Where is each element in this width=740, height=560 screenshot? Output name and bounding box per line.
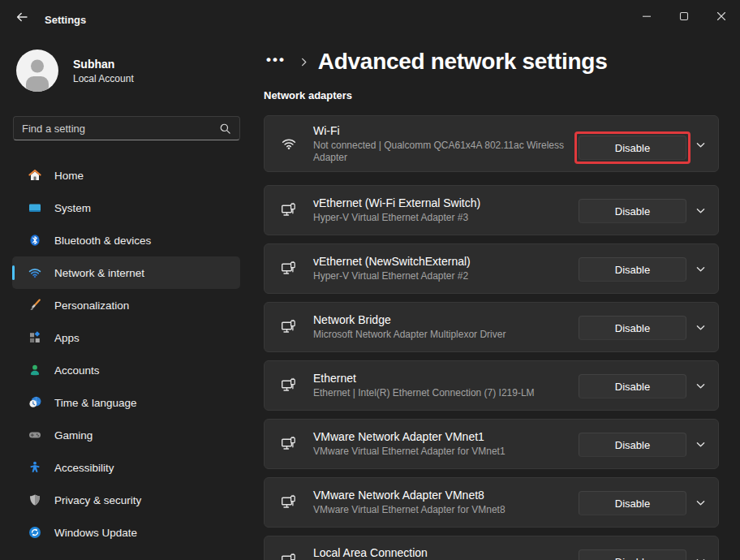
app-title: Settings: [45, 14, 86, 26]
adapter-description: Not connected | Qualcomm QCA61x4A 802.11…: [313, 140, 573, 164]
chevron-down-glyph: [695, 439, 706, 450]
sidebar-item-home[interactable]: Home: [12, 159, 240, 192]
adapter-description: Ethernet | Intel(R) Ethernet Connection …: [313, 387, 573, 399]
sidebar-item-personalization[interactable]: Personalization: [12, 289, 240, 321]
back-button[interactable]: [10, 8, 34, 26]
sidebar-nav: Home System Bluetooth & devices Network …: [12, 159, 240, 549]
system-icon: [28, 201, 41, 214]
chevron-down-icon[interactable]: [691, 136, 709, 153]
profile-account-type: Local Account: [73, 73, 134, 84]
search-input[interactable]: [14, 117, 219, 140]
ethernet-adapter-icon: [281, 436, 297, 452]
adapter-name: Ethernet: [313, 372, 573, 385]
adapter-name: Wi-Fi: [313, 124, 573, 137]
annotation-highlight: Disable: [574, 131, 691, 164]
chevron-down-icon[interactable]: [691, 552, 709, 560]
ethernet-adapter-icon: [281, 261, 297, 277]
window-controls: [628, 0, 740, 32]
disable-button[interactable]: Disable: [579, 549, 686, 560]
ethernet-adapter-icon: [281, 553, 297, 560]
search-box: [13, 116, 240, 140]
adapter-name: vEthernet (NewSwitchExternal): [313, 255, 573, 268]
sidebar-item-time-language[interactable]: Time & language: [12, 386, 240, 419]
sidebar-item-label: Accessibility: [54, 462, 114, 474]
sidebar-item-privacy-security[interactable]: Privacy & security: [12, 484, 240, 516]
minimize-button[interactable]: [628, 0, 665, 32]
ethernet-adapter-icon: [281, 319, 297, 335]
wifi-adapter-icon: [281, 136, 297, 152]
sidebar-item-windows-update[interactable]: Windows Update: [12, 516, 240, 549]
chevron-down-icon[interactable]: [691, 260, 709, 278]
chevron-down-icon[interactable]: [691, 318, 709, 336]
close-button[interactable]: [703, 0, 740, 32]
maximize-icon: [678, 10, 691, 23]
chevron-down-glyph: [695, 140, 706, 150]
gaming-controller-icon: [28, 429, 41, 442]
adapter-name: vEthernet (Wi-Fi External Switch): [313, 196, 573, 209]
adapter-name: Network Bridge: [313, 313, 573, 326]
ethernet-adapter-icon: [281, 202, 297, 218]
chevron-down-glyph: [695, 205, 706, 216]
sidebar-item-label: Home: [54, 170, 84, 182]
disable-button[interactable]: Disable: [579, 136, 686, 160]
main-content: ••• Advanced network settings Network ad…: [264, 32, 740, 560]
adapter-description: Hyper-V Virtual Ethernet Adapter #3: [313, 212, 573, 224]
sidebar-item-system[interactable]: System: [12, 192, 240, 224]
sidebar-item-label: Privacy & security: [54, 494, 141, 506]
windows-update-icon: [28, 526, 41, 539]
privacy-shield-icon: [28, 493, 41, 506]
disable-button[interactable]: Disable: [579, 374, 686, 398]
adapter-description: Microsoft Network Adapter Multiplexor Dr…: [313, 329, 573, 341]
disable-button[interactable]: Disable: [579, 316, 686, 340]
adapter-description: VMware Virtual Ethernet Adapter for VMne…: [313, 504, 573, 516]
titlebar: Settings: [0, 0, 740, 32]
breadcrumb-ellipsis-button[interactable]: •••: [264, 52, 287, 71]
adapter-list: Wi-Fi Not connected | Qualcomm QCA61x4A …: [264, 115, 719, 560]
profile-name: Subhan: [73, 58, 134, 71]
wifi-icon: [28, 266, 41, 279]
back-arrow-icon: [15, 11, 28, 24]
chevron-down-icon[interactable]: [691, 493, 709, 511]
sidebar-item-label: Bluetooth & devices: [54, 235, 151, 247]
sidebar-item-label: Network & internet: [54, 267, 144, 279]
avatar: [16, 50, 58, 92]
bluetooth-icon: [28, 234, 41, 247]
profile-card[interactable]: Subhan Local Account: [16, 50, 235, 92]
adapter-name: VMware Network Adapter VMnet1: [313, 430, 573, 443]
disable-button[interactable]: Disable: [579, 433, 686, 457]
disable-button[interactable]: Disable: [579, 491, 686, 515]
maximize-button[interactable]: [665, 0, 703, 32]
adapter-card-vethernet-wifi-external: vEthernet (Wi-Fi External Switch) Hyper-…: [264, 185, 719, 235]
adapter-card-wifi: Wi-Fi Not connected | Qualcomm QCA61x4A …: [264, 115, 719, 172]
adapter-card-network-bridge: Network Bridge Microsoft Network Adapter…: [264, 302, 719, 352]
chevron-down-icon[interactable]: [691, 435, 709, 453]
chevron-down-glyph: [695, 322, 706, 333]
sidebar-item-network-internet[interactable]: Network & internet: [12, 256, 240, 289]
adapter-name: VMware Network Adapter VMnet8: [313, 489, 573, 502]
sidebar-item-accessibility[interactable]: Accessibility: [12, 451, 240, 484]
page-header: ••• Advanced network settings: [264, 45, 607, 79]
sidebar-item-label: Time & language: [54, 397, 137, 409]
chevron-down-icon[interactable]: [691, 377, 709, 394]
disable-button[interactable]: Disable: [579, 257, 686, 282]
chevron-down-icon[interactable]: [691, 201, 709, 219]
sidebar-item-gaming[interactable]: Gaming: [12, 419, 240, 451]
adapter-name: Local Area Connection: [313, 546, 573, 559]
adapter-card-vmnet1: VMware Network Adapter VMnet1 VMware Vir…: [264, 419, 719, 469]
search-icon[interactable]: [219, 123, 231, 135]
adapter-description: Hyper-V Virtual Ethernet Adapter #2: [313, 270, 573, 282]
adapter-card-local-area-connection: Local Area Connection Disable: [264, 536, 719, 560]
sidebar-item-label: Windows Update: [54, 527, 137, 539]
accessibility-person-icon: [28, 461, 41, 474]
sidebar-item-label: Gaming: [54, 429, 92, 442]
ethernet-adapter-icon: [281, 494, 297, 510]
home-icon: [28, 169, 41, 182]
page-title: Advanced network settings: [318, 49, 608, 75]
sidebar-item-apps[interactable]: Apps: [12, 321, 240, 354]
personalization-brush-icon: [28, 299, 41, 312]
sidebar-item-accounts[interactable]: Accounts: [12, 354, 240, 386]
adapter-card-ethernet: Ethernet Ethernet | Intel(R) Ethernet Co…: [264, 360, 719, 411]
adapter-card-vethernet-newswitch: vEthernet (NewSwitchExternal) Hyper-V Vi…: [264, 243, 719, 294]
disable-button[interactable]: Disable: [579, 199, 686, 223]
sidebar-item-bluetooth-devices[interactable]: Bluetooth & devices: [12, 224, 240, 256]
